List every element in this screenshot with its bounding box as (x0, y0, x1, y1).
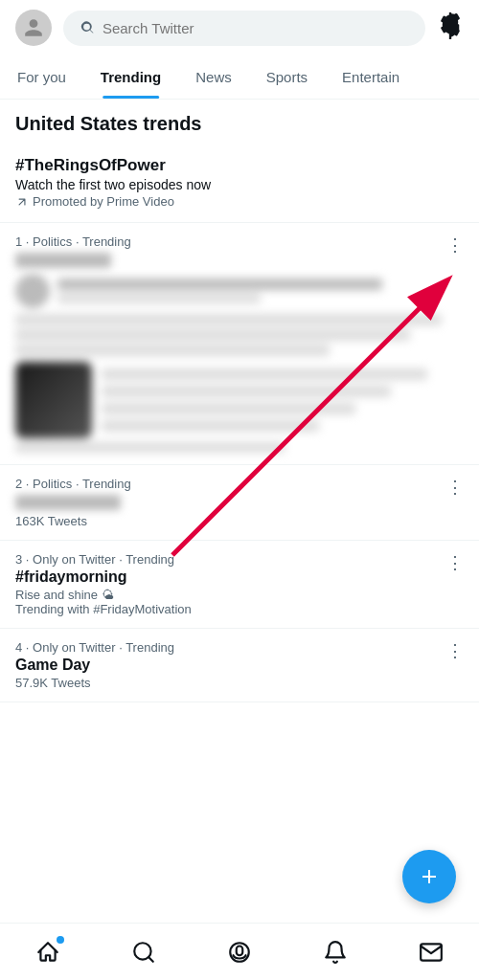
tab-for-you[interactable]: For you (0, 56, 83, 99)
plus-icon (418, 865, 441, 888)
search-icon (80, 20, 95, 35)
trend-1-meta: 1 · Politics · Trending (15, 234, 464, 249)
trend-item-1[interactable]: 1 · Politics · Trending ⋮ (0, 223, 479, 465)
promoted-by-label: Promoted by Prime Video (33, 194, 174, 209)
trend-2-name-blurred (15, 495, 121, 510)
settings-button[interactable] (437, 12, 464, 43)
promoted-trend[interactable]: #TheRingsOfPower Watch the first two epi… (0, 143, 479, 223)
promoted-trend-desc: Watch the first two episodes now (15, 177, 464, 192)
bottom-nav (0, 923, 479, 980)
trend-item-3[interactable]: 3 · Only on Twitter · Trending #fridaymo… (0, 541, 479, 629)
trend-2-meta: 2 · Politics · Trending (15, 477, 464, 491)
tabs-bar: For you Trending News Sports Entertain (0, 56, 479, 100)
trend-2-tweets: 163K Tweets (15, 514, 464, 528)
search-input[interactable] (103, 20, 408, 36)
promoted-trend-name: #TheRingsOfPower (15, 156, 464, 175)
tab-entertain[interactable]: Entertain (325, 56, 417, 99)
trend-2-more[interactable]: ⋮ (446, 477, 464, 498)
compose-fab[interactable] (402, 850, 456, 903)
home-icon (35, 940, 60, 965)
trend-4-more[interactable]: ⋮ (446, 640, 464, 661)
trend-4-meta: 4 · Only on Twitter · Trending (15, 640, 464, 655)
trend-1-more[interactable]: ⋮ (446, 234, 464, 256)
header (0, 0, 479, 56)
trend-4-sub: 57.9K Tweets (15, 676, 464, 690)
tab-sports[interactable]: Sports (249, 56, 325, 99)
trend-1-name-blurred (15, 253, 111, 268)
trend-3-sub: Rise and shine 🌤 (15, 588, 464, 602)
search-nav-icon (131, 940, 156, 965)
trend-4-name: Game Day (15, 657, 464, 674)
search-bar[interactable] (63, 11, 425, 46)
trend-item-4[interactable]: 4 · Only on Twitter · Trending Game Day … (0, 629, 479, 702)
trend-item-2[interactable]: 2 · Politics · Trending 163K Tweets ⋮ (0, 465, 479, 541)
section-title: United States trends (0, 100, 479, 143)
spaces-icon (227, 940, 252, 965)
tab-news[interactable]: News (178, 56, 249, 99)
nav-messages[interactable] (411, 932, 451, 972)
nav-spaces[interactable] (219, 932, 260, 972)
trend-3-more[interactable]: ⋮ (446, 552, 464, 573)
avatar[interactable] (15, 10, 52, 46)
trend-3-name: #fridaymorning (15, 568, 464, 586)
nav-search[interactable] (124, 932, 164, 972)
arrow-up-right-icon (15, 195, 29, 209)
nav-notifications[interactable] (315, 932, 355, 972)
home-notification-dot (57, 936, 64, 944)
gear-icon (437, 12, 464, 39)
promoted-badge: Promoted by Prime Video (15, 194, 464, 209)
tab-trending[interactable]: Trending (83, 56, 178, 99)
mail-icon (419, 940, 444, 965)
user-icon (23, 17, 44, 38)
trend-3-meta: 3 · Only on Twitter · Trending (15, 552, 464, 567)
bell-icon (323, 940, 348, 965)
nav-home[interactable] (28, 932, 68, 972)
trend-3-sub2: Trending with #FridayMotivation (15, 602, 464, 616)
